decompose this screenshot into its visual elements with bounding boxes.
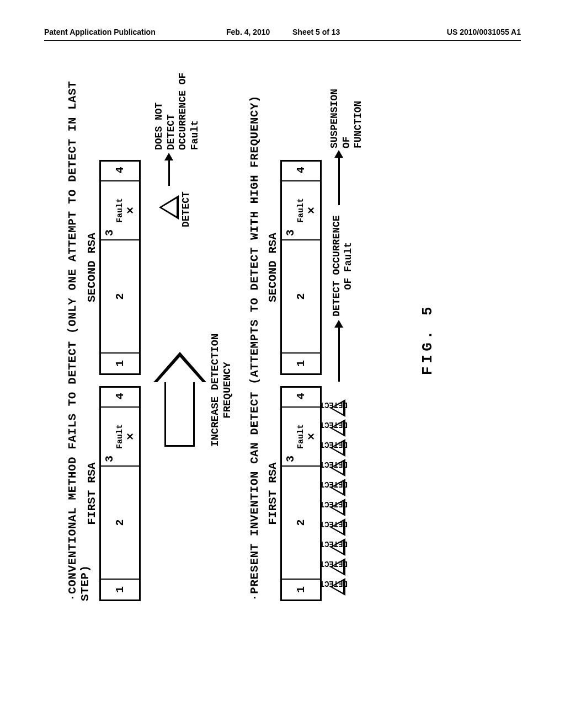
detect-triangle-icon: DETECT: [330, 518, 350, 536]
step-cell: 4: [101, 160, 139, 180]
detect-label: DETECT: [320, 440, 348, 449]
header-date: Feb. 4, 2010: [226, 28, 270, 36]
invention-result: SUSPENSION OF FUNCTION: [329, 72, 365, 148]
fault-label: Fault: [116, 424, 124, 449]
step-num: 3: [284, 229, 297, 236]
detect-triangle-icon: DETECT: [330, 538, 350, 556]
second-rsa-label: SECOND RSA: [266, 162, 279, 373]
figure-label: FIG. 5: [419, 303, 436, 375]
second-rsa-invention: SECOND RSA 1 2 3 Fault × 4: [280, 160, 322, 375]
detect-triangle-row: DETECTDETECTDETECTDETECTDETECTDETECTDETE…: [330, 399, 350, 596]
detect-label: DETECT: [320, 400, 348, 409]
detect-label: DETECT: [320, 559, 348, 568]
fault-x-icon: ×: [306, 198, 318, 223]
header-pubno: US 2010/0031055 A1: [447, 28, 521, 36]
header-rule: [44, 40, 521, 41]
first-rsa-invention: FIRST RSA 1 2 3 Fault × 4: [280, 386, 322, 601]
second-rsa-conventional: SECOND RSA 1 2 3 Fault × 4: [99, 160, 141, 375]
step-cell: 2: [101, 239, 139, 352]
detect-label: DETECT: [180, 191, 191, 227]
step-cell: 4: [282, 160, 320, 180]
step-cell-fault: 3 Fault ×: [282, 406, 320, 465]
detect-triangle-icon: DETECT: [330, 399, 350, 417]
detect-triangle-icon: DETECT: [330, 558, 350, 576]
fault-x-icon: ×: [125, 424, 137, 449]
first-rsa-label: FIRST RSA: [86, 388, 98, 599]
detect-triangle-icon: [159, 195, 179, 220]
header-sheet: Sheet 5 of 13: [292, 28, 340, 36]
header-publication: Patent Application Publication: [44, 28, 156, 36]
step-cell: 2: [101, 465, 139, 579]
step-cell-fault: 3 Fault ×: [282, 180, 320, 239]
step-cell: 2: [282, 239, 320, 352]
first-rsa-conventional: FIRST RSA 1 2 3 Fault × 4: [99, 386, 141, 601]
section2-title: ·PRESENT INVENTION CAN DETECT (ATTEMPTS …: [248, 95, 261, 601]
second-rsa-label: SECOND RSA: [86, 162, 98, 373]
detect-triangle-icon: DETECT: [330, 459, 350, 477]
detect-triangle-icon: DETECT: [330, 499, 350, 516]
step-num: 3: [284, 456, 297, 462]
increase-frequency-label: INCREASE DETECTION FREQUENCY: [210, 334, 234, 447]
step-cell-fault: 3 Fault ×: [101, 406, 139, 465]
first-rsa-label: FIRST RSA: [266, 388, 279, 599]
step-cell-fault: 3 Fault ×: [101, 180, 139, 239]
step-cell: 1: [101, 352, 139, 373]
detect-label: DETECT: [320, 420, 348, 429]
conventional-result: DOES NOT DETECT OCCURRENCE OF Fault: [153, 72, 201, 150]
detect-label: DETECT: [320, 480, 348, 489]
arrow-icon: [338, 326, 340, 382]
fault-label: Fault: [116, 198, 124, 223]
step-num: 3: [103, 456, 116, 462]
fault-label: Fault: [297, 424, 305, 449]
step-cell: 1: [282, 352, 320, 373]
step-cell: 2: [282, 465, 320, 579]
fault-x-icon: ×: [306, 424, 318, 449]
figure-5: ·CONVENTIONAL METHOD FAILS TO DETECT (ON…: [17, 121, 546, 552]
detect-triangle-icon: DETECT: [330, 578, 350, 596]
arrow-icon: [338, 157, 340, 205]
increase-frequency-arrow-icon: [153, 353, 206, 447]
fault-label: Fault: [297, 198, 305, 223]
detect-label: DETECT: [320, 500, 348, 508]
step-cell: 1: [101, 579, 139, 599]
detect-label: DETECT: [320, 539, 348, 548]
step-cell: 4: [101, 386, 139, 406]
detect-triangle-icon: DETECT: [330, 479, 350, 496]
detect-occurrence-label: DETECT OCCURRENCE OF Fault: [331, 215, 354, 317]
step-cell: 4: [282, 386, 320, 406]
step-num: 3: [103, 229, 116, 236]
detect-triangle-icon: DETECT: [330, 439, 350, 457]
arrow-icon: [168, 159, 170, 186]
detect-label: DETECT: [320, 460, 348, 469]
detect-triangle-icon: DETECT: [330, 419, 350, 437]
detect-label: DETECT: [320, 520, 348, 528]
fault-x-icon: ×: [125, 198, 137, 223]
step-cell: 1: [282, 579, 320, 599]
detect-label: DETECT: [320, 579, 348, 588]
